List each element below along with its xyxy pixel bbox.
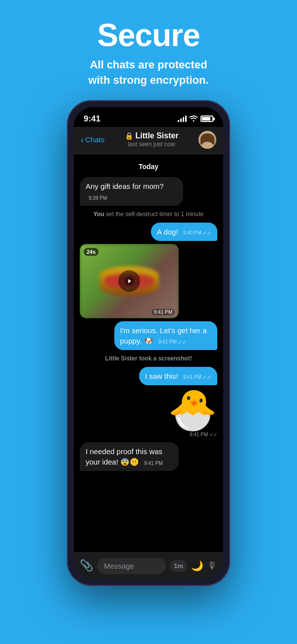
- timer-badge: 24s: [84, 248, 99, 256]
- phone-screen: 9:41 ‹: [74, 107, 223, 579]
- mic-button[interactable]: 🎙: [207, 560, 217, 572]
- timer-label: 1m: [174, 562, 183, 570]
- lock-icon: 🔒: [125, 132, 133, 140]
- double-check-icon-3: ✓✓: [202, 374, 211, 381]
- sticker-area: 🐣 9:41 PM ✓✓: [80, 390, 217, 437]
- msg1-text: Any gift ideas for mom?: [86, 182, 164, 190]
- play-button[interactable]: [118, 270, 140, 292]
- message-input[interactable]: Message: [97, 558, 166, 574]
- bubble-sent-3: I saw this! 9:41 PM ✓✓: [139, 367, 217, 385]
- date-text: Today: [139, 163, 158, 171]
- contact-status: last seen just now: [109, 141, 194, 148]
- msg2-text: A dog!: [157, 228, 178, 236]
- bubble-sent-2: I'm serious. Let's get her a puppy. 🐶 9:…: [114, 321, 218, 350]
- attach-button[interactable]: 📎: [80, 559, 93, 572]
- phone-wrapper: 9:41 ‹: [67, 100, 230, 586]
- contact-name: 🔒 Little Sister: [109, 131, 194, 140]
- timer-button[interactable]: 1m: [170, 560, 187, 572]
- hero-subtitle: All chats are protectedwith strong encry…: [10, 58, 287, 88]
- double-check-icon: ✓✓: [202, 230, 211, 237]
- message-sent-3: I saw this! 9:41 PM ✓✓: [80, 367, 217, 385]
- message-placeholder: Message: [104, 562, 134, 570]
- hero-section: Secure All chats are protectedwith stron…: [0, 0, 297, 100]
- back-button[interactable]: ‹ Chats: [81, 135, 104, 144]
- message-received-2: I needed proof this was your idea! 😨🤫 9:…: [80, 442, 217, 471]
- avatar[interactable]: [198, 131, 216, 149]
- screenshot-notice: Little Sister took a screenshot!: [80, 355, 217, 362]
- signal-icon: [178, 116, 187, 122]
- wifi-icon: [190, 115, 198, 123]
- status-icons: [178, 115, 213, 123]
- battery-icon: [200, 116, 213, 122]
- msg3-time: 9:41 PM ✓✓: [158, 339, 187, 346]
- sticker-time: 9:41 PM ✓✓: [168, 432, 217, 437]
- back-label: Chats: [85, 135, 104, 144]
- photo-time: 9:41 PM: [151, 309, 175, 315]
- message-received-1: Any gift ideas for mom? 9:39 PM: [80, 177, 217, 206]
- system-message-1: You set the self-destruct timer to 1 min…: [80, 211, 217, 218]
- sticker-emoji: 🐣: [168, 390, 217, 430]
- chat-header: ‹ Chats 🔒 Little Sister last seen just n…: [74, 127, 223, 154]
- hero-title: Secure: [10, 18, 287, 53]
- msg4-text: I saw this!: [145, 372, 178, 380]
- status-bar: 9:41: [74, 107, 223, 127]
- msg5-time: 9:41 PM: [144, 460, 162, 467]
- input-area: 📎 Message 1m 🌙 🎙: [74, 552, 223, 579]
- msg2-time: 9:40 PM ✓✓: [183, 230, 211, 237]
- message-sent-1: A dog! 9:40 PM ✓✓: [80, 223, 217, 241]
- double-check-icon-2: ✓✓: [178, 339, 187, 346]
- date-divider: Today: [80, 162, 217, 171]
- screenshot-name: Little Sister: [105, 355, 137, 362]
- system-msg-1-text: set the self-destruct timer to 1 minute: [106, 211, 203, 218]
- msg1-time: 9:39 PM: [89, 195, 107, 202]
- system-msg-you: You: [94, 211, 104, 218]
- bubble-sent-1: A dog! 9:40 PM ✓✓: [151, 223, 217, 241]
- message-sent-2: I'm serious. Let's get her a puppy. 🐶 9:…: [80, 321, 217, 350]
- bubble-received-2: I needed proof this was your idea! 😨🤫 9:…: [80, 442, 179, 471]
- messages-area[interactable]: Today Any gift ideas for mom? 9:39 PM Yo…: [74, 154, 223, 552]
- msg4-time: 9:41 PM ✓✓: [183, 374, 211, 381]
- photo-bubble[interactable]: 24s 9:41 PM: [80, 244, 179, 318]
- bubble-received-1: Any gift ideas for mom? 9:39 PM: [80, 177, 183, 206]
- sticker-image: 🐣 9:41 PM ✓✓: [168, 390, 217, 437]
- timer-badge-text: 24s: [87, 249, 96, 255]
- photo-message: 24s 9:41 PM: [80, 244, 217, 318]
- screenshot-text: took a screenshot!: [139, 355, 192, 362]
- chat-contact-info: 🔒 Little Sister last seen just now: [109, 131, 194, 148]
- moon-button[interactable]: 🌙: [191, 560, 203, 572]
- status-time: 9:41: [84, 114, 100, 124]
- back-chevron-icon: ‹: [81, 135, 84, 144]
